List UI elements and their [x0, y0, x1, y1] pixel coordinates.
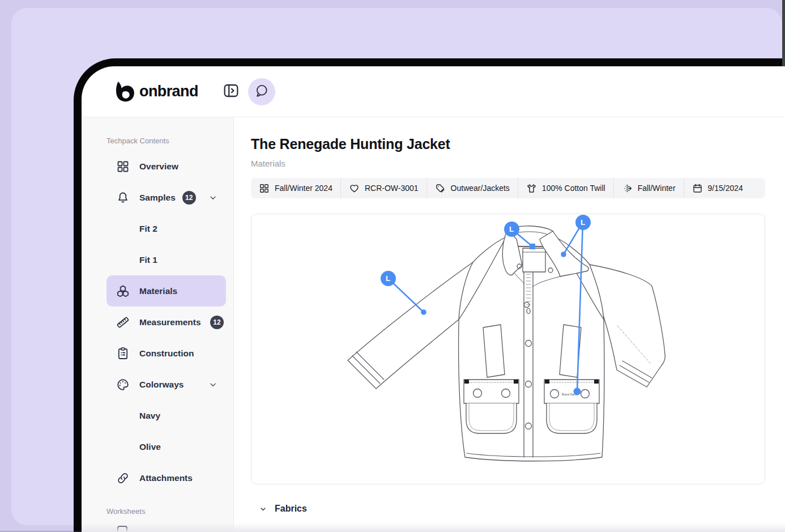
clipboard-icon — [116, 347, 130, 360]
meta-chip-label: Fall/Winter 2024 — [275, 184, 332, 193]
ruler-icon — [116, 316, 130, 329]
onbrand-logo-icon — [113, 81, 135, 103]
chevron-down-icon[interactable] — [208, 380, 218, 390]
annotation-pin-3[interactable]: L — [381, 271, 396, 286]
sidebar-nav-list: OverviewSamples12Fit 2Fit 1MaterialsMeas… — [82, 151, 233, 493]
chat-bubble-icon — [254, 83, 269, 100]
main-content: The Renegade Hunting Jacket Materials Fa… — [234, 117, 785, 531]
sidebar-item-overview[interactable]: Overview — [106, 151, 226, 182]
heart-icon — [349, 183, 360, 194]
sidebar-item-label: Fit 1 — [139, 255, 157, 265]
sidebar-toggle-button[interactable] — [221, 82, 241, 102]
page-subtitle: Materials — [251, 159, 765, 168]
jacket-technical-drawing: Brand Name — [251, 214, 765, 484]
tshirt-icon — [526, 183, 537, 194]
sidebar-item-materials[interactable]: Materials — [106, 275, 226, 307]
annotation-pin-1[interactable]: L — [504, 222, 519, 237]
bottom-fade — [82, 523, 785, 532]
tag-icon — [435, 183, 446, 194]
sidebar-section-label: Worksheets — [106, 507, 233, 516]
grid-icon — [259, 183, 270, 194]
count-badge: 12 — [182, 191, 196, 205]
sidebar-item-measurements[interactable]: Measurements12 — [106, 307, 226, 338]
panel-toggle-icon — [222, 82, 240, 101]
meta-chip-fall-winter: Fall/Winter — [613, 178, 684, 198]
meta-chip-outwear-jackets: Outwear/Jackets — [426, 178, 518, 198]
sidebar-item-fit-1[interactable]: Fit 1 — [106, 244, 226, 275]
sidebar-item-colorways[interactable]: Colorways — [106, 369, 226, 400]
cubes-icon — [116, 284, 130, 298]
sidebar-item-attachments[interactable]: Attachments — [106, 462, 226, 493]
logo-text: onbrand — [139, 83, 198, 100]
sidebar-item-olive[interactable]: Olive — [106, 431, 226, 462]
meta-chip-rcr-ow-3001: RCR-OW-3001 — [340, 178, 426, 198]
chat-button[interactable] — [248, 78, 275, 105]
annotation-pin-2[interactable]: L — [575, 215, 591, 230]
sidebar-item-label: Construction — [139, 348, 194, 359]
app-window: onbrand Techpack Contents OverviewSample… — [82, 66, 785, 532]
sidebar-item-fit-2[interactable]: Fit 2 — [106, 213, 226, 244]
page-title: The Renegade Hunting Jacket — [251, 136, 765, 152]
fabrics-section-header[interactable]: Fabrics — [251, 504, 765, 514]
sidebar-item-label: Colorways — [139, 380, 184, 390]
link-icon — [116, 471, 130, 485]
meta-chip-100-cotton-twill: 100% Cotton Twill — [518, 178, 613, 198]
annotation-endpoint — [530, 244, 535, 249]
app-body: Techpack Contents OverviewSamples12Fit 2… — [82, 117, 785, 531]
technical-drawing-panel: Brand Name LLL — [251, 214, 765, 484]
meta-chip-label: RCR-OW-3001 — [365, 184, 419, 193]
meta-chip-fall-winter-2024: Fall/Winter 2024 — [251, 178, 340, 198]
sidebar-item-navy[interactable]: Navy — [106, 400, 226, 431]
chevron-down-icon[interactable] — [208, 193, 218, 203]
count-badge: 12 — [210, 316, 224, 329]
sidebar-item-label: Measurements — [139, 317, 201, 327]
sidebar-item-label: Navy — [139, 411, 160, 421]
sidebar-item-label: Samples — [139, 193, 176, 203]
meta-chip-label: 9/15/2024 — [708, 184, 743, 193]
meta-chip-label: Outwear/Jackets — [451, 184, 510, 193]
grid-icon — [116, 160, 130, 173]
metadata-bar: Fall/Winter 2024RCR-OW-3001Outwear/Jacke… — [251, 178, 765, 198]
meta-chip-label: 100% Cotton Twill — [542, 184, 605, 193]
chevron-down-icon — [259, 505, 267, 513]
fabrics-section-label: Fabrics — [275, 504, 307, 514]
annotation-endpoint — [421, 309, 426, 315]
sidebar: Techpack Contents OverviewSamples12Fit 2… — [82, 117, 234, 531]
sidebar-item-label: Fit 2 — [139, 224, 157, 234]
meta-chip-label: Fall/Winter — [638, 184, 676, 193]
sidebar-item-label: Olive — [139, 442, 161, 452]
sidebar-item-label: Materials — [139, 286, 177, 296]
app-header: onbrand — [82, 66, 785, 117]
calendar-icon — [692, 183, 703, 194]
sidebar-item-samples[interactable]: Samples12 — [106, 182, 226, 213]
sidebar-item-label: Attachments — [139, 473, 193, 483]
sidebar-section-label: Techpack Contents — [106, 137, 233, 145]
palette-icon — [116, 378, 130, 391]
meta-chip-9-15-2024: 9/15/2024 — [684, 178, 751, 198]
bell-icon — [116, 191, 130, 205]
onbrand-logo: onbrand — [113, 81, 198, 103]
annotation-endpoint — [561, 252, 566, 257]
sidebar-item-label: Overview — [139, 161, 178, 172]
sidebar-item-construction[interactable]: Construction — [106, 338, 226, 369]
season-icon — [622, 183, 633, 194]
annotation-endpoint — [574, 388, 581, 395]
